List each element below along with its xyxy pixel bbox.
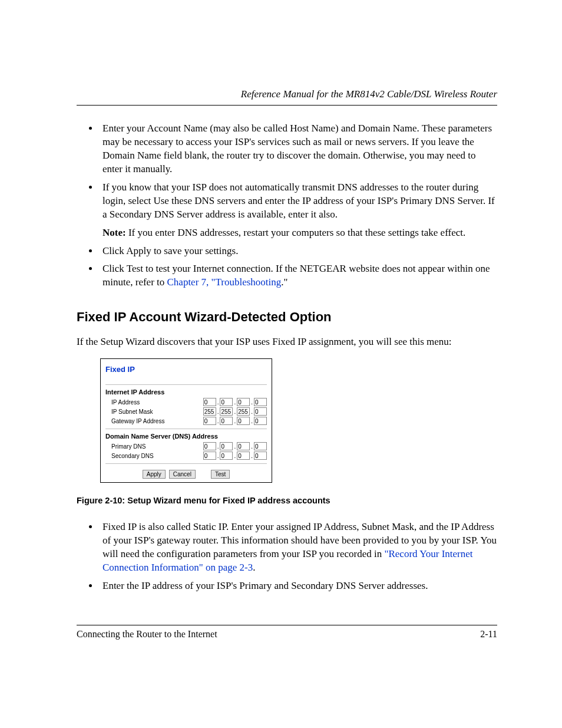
ip-octet-input[interactable] [220,442,233,450]
list-item: Click Apply to save your settings. [99,245,497,258]
ip-octet-input[interactable] [254,398,267,406]
ip-octet-input[interactable] [237,417,250,425]
list-item-text: If you know that your ISP does not autom… [103,182,495,220]
octets-ip-address: . . . [203,398,267,406]
row-gateway-ip: Gateway IP Address . . . [105,417,267,425]
note-line: Note: If you enter DNS addresses, restar… [103,226,497,240]
section-intro: If the Setup Wizard discovers that your … [77,335,497,349]
dot: . [234,443,236,450]
note-text: If you enter DNS addresses, restart your… [126,227,466,238]
ip-octet-input[interactable] [237,442,250,450]
apply-button[interactable]: Apply [143,470,166,479]
button-row: Apply Cancel Test [105,467,267,479]
footer-left: Connecting the Router to the Internet [77,629,217,640]
ip-octet-input[interactable] [220,398,233,406]
label-subnet-mask: IP Subnet Mask [105,409,153,415]
bullet-list-top: Enter your Account Name (may also be cal… [77,122,497,289]
separator [105,463,267,464]
octets-gateway-ip: . . . [203,417,267,425]
ip-octet-input[interactable] [237,452,250,460]
section-heading: Fixed IP Account Wizard-Detected Option [77,309,497,325]
spacer [199,470,207,479]
ip-octet-input[interactable] [237,398,250,406]
cancel-button[interactable]: Cancel [169,470,196,479]
dot: . [251,453,253,459]
list-item: Fixed IP is also called Static IP. Enter… [99,521,497,575]
row-subnet-mask: IP Subnet Mask . . . [105,407,267,416]
dot: . [217,399,219,406]
ip-octet-input[interactable] [203,442,216,450]
label-ip-address: IP Address [105,399,140,406]
group-dns: Domain Name Server (DNS) Address [105,433,267,440]
footer-right: 2-11 [480,629,497,640]
list-item: If you know that your ISP does not autom… [99,181,497,240]
troubleshooting-link[interactable]: Chapter 7, "Troubleshooting [167,276,282,288]
ip-octet-input[interactable] [220,452,233,460]
separator [105,429,267,429]
list-item: Click Test to test your Internet connect… [99,262,497,289]
list-item-post: . [253,562,255,573]
octets-primary-dns: . . . [203,442,267,450]
running-header: Reference Manual for the MR814v2 Cable/D… [77,88,497,106]
label-secondary-dns: Secondary DNS [105,453,154,459]
ip-octet-input[interactable] [220,407,233,416]
ip-octet-input[interactable] [254,452,267,460]
list-item: Enter your Account Name (may also be cal… [99,122,497,176]
list-item-post: ." [281,276,287,288]
group-internet-ip: Internet IP Address [105,384,267,396]
page-footer: Connecting the Router to the Internet 2-… [77,625,497,640]
list-item-pre: Click Test to test your Internet connect… [103,263,490,288]
ip-octet-input[interactable] [254,407,267,416]
octets-subnet-mask: . . . [203,407,267,416]
fixed-ip-panel-wrap: Fixed IP Internet IP Address IP Address … [100,358,497,483]
note-label: Note: [103,227,126,238]
panel-title: Fixed IP [105,365,267,374]
row-primary-dns: Primary DNS . . . [105,442,267,450]
page: Reference Manual for the MR814v2 Cable/D… [0,0,562,728]
row-secondary-dns: Secondary DNS . . . [105,452,267,460]
row-ip-address: IP Address . . . [105,398,267,406]
ip-octet-input[interactable] [203,398,216,406]
dot: . [251,409,253,415]
dot: . [234,399,236,406]
fixed-ip-panel: Fixed IP Internet IP Address IP Address … [100,358,272,483]
bullet-list-bottom: Fixed IP is also called Static IP. Enter… [77,521,497,593]
octets-secondary-dns: . . . [203,452,267,460]
dot: . [251,399,253,406]
ip-octet-input[interactable] [203,417,216,425]
figure-caption: Figure 2-10: Setup Wizard menu for Fixed… [77,496,497,505]
dot: . [251,418,253,424]
dot: . [217,409,219,415]
label-gateway-ip: Gateway IP Address [105,418,164,424]
ip-octet-input[interactable] [237,407,250,416]
ip-octet-input[interactable] [220,417,233,425]
dot: . [234,409,236,415]
dot: . [217,453,219,459]
dot: . [234,453,236,459]
ip-octet-input[interactable] [254,417,267,425]
dot: . [251,443,253,450]
ip-octet-input[interactable] [254,442,267,450]
test-button[interactable]: Test [211,470,230,479]
dot: . [217,443,219,450]
ip-octet-input[interactable] [203,407,216,416]
dot: . [234,418,236,424]
list-item: Enter the IP address of your ISP's Prima… [99,579,497,593]
ip-octet-input[interactable] [203,452,216,460]
label-primary-dns: Primary DNS [105,443,146,450]
dot: . [217,418,219,424]
